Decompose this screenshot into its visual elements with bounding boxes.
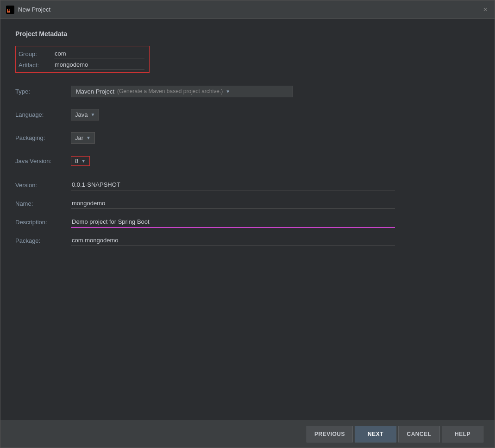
close-button[interactable]: ×: [482, 6, 489, 13]
type-dropdown-wrapper: Maven Project (Generate a Maven based pr…: [71, 86, 395, 97]
svg-rect-2: [7, 12, 10, 13]
dialog-title: New Project: [18, 6, 50, 13]
package-input[interactable]: [71, 235, 395, 246]
language-row: Language: Java ▼: [15, 105, 480, 124]
language-label: Language:: [15, 111, 71, 118]
title-bar-left: IJ New Project: [6, 6, 50, 14]
help-button[interactable]: HELP: [442, 426, 483, 442]
name-label-text: Name:: [15, 200, 33, 207]
app-icon: IJ: [6, 6, 14, 14]
type-label-text: Type:: [15, 88, 30, 95]
language-label-text: Language:: [15, 111, 44, 118]
description-label: Description:: [15, 219, 71, 226]
packaging-dropdown-arrow: ▼: [86, 135, 91, 140]
new-project-dialog: IJ New Project × Project Metadata Group:…: [0, 0, 495, 448]
artifact-row: Artifact: mongodemo: [19, 60, 144, 69]
cancel-button[interactable]: CANCEL: [398, 426, 440, 442]
form-grid: Group: com Artifact: mongodemo Type:: [15, 45, 480, 250]
name-input[interactable]: [71, 198, 395, 209]
artifact-label: Artifact:: [19, 62, 51, 69]
package-input-wrapper: [71, 235, 395, 246]
type-row: Type: Maven Project (Generate a Maven ba…: [15, 82, 480, 101]
group-label: Group:: [19, 50, 51, 57]
version-label-text: Version:: [15, 182, 37, 189]
dialog-content: Project Metadata Group: com Artifact:: [0, 19, 495, 420]
packaging-row: Packaging: Jar ▼: [15, 128, 480, 147]
artifact-label-text: Artifact:: [19, 62, 39, 69]
java-version-label: Java Version:: [15, 158, 71, 164]
packaging-label: Packaging:: [15, 134, 71, 141]
name-row: Name:: [15, 194, 480, 213]
java-version-box: 8 ▼: [71, 156, 90, 166]
description-input[interactable]: [71, 216, 395, 228]
language-dropdown-value: Java: [75, 111, 88, 118]
group-row: Group: com: [19, 49, 144, 58]
java-version-dropdown[interactable]: 8 ▼: [73, 158, 88, 164]
language-dropdown[interactable]: Java ▼: [71, 109, 99, 120]
title-bar: IJ New Project ×: [0, 0, 495, 19]
java-version-dropdown-arrow: ▼: [81, 158, 86, 164]
type-dropdown-arrow: ▼: [226, 89, 230, 94]
previous-button[interactable]: PREVIOUS: [307, 426, 353, 442]
type-label: Type:: [15, 88, 71, 95]
type-dropdown-value: Maven Project: [76, 88, 114, 95]
group-label-text: Group:: [19, 50, 37, 57]
package-label: Package:: [15, 237, 71, 244]
packaging-dropdown-value: Jar: [75, 134, 83, 141]
description-input-wrapper: [71, 216, 395, 228]
packaging-label-text: Packaging:: [15, 134, 45, 141]
version-label: Version:: [15, 182, 71, 189]
java-version-label-text: Java Version:: [15, 158, 51, 164]
name-input-wrapper: [71, 198, 395, 209]
version-input-wrapper: [71, 179, 395, 190]
name-label: Name:: [15, 200, 71, 207]
section-title: Project Metadata: [15, 30, 480, 38]
description-row: Description:: [15, 213, 480, 231]
java-version-dropdown-value: 8: [75, 158, 78, 164]
next-button[interactable]: NEXT: [355, 426, 396, 442]
version-input[interactable]: [71, 179, 395, 190]
group-artifact-row: Group: com Artifact: mongodemo: [15, 45, 480, 75]
packaging-dropdown[interactable]: Jar ▼: [71, 132, 95, 144]
package-row: Package:: [15, 231, 480, 250]
version-row: Version:: [15, 176, 480, 194]
dialog-footer: PREVIOUS NEXT CANCEL HELP: [0, 420, 495, 448]
artifact-value: mongodemo: [54, 60, 144, 69]
type-dropdown[interactable]: Maven Project (Generate a Maven based pr…: [71, 86, 293, 97]
type-dropdown-description: (Generate a Maven based project archive.…: [117, 88, 223, 95]
package-label-text: Package:: [15, 237, 40, 244]
language-dropdown-arrow: ▼: [90, 112, 95, 117]
group-artifact-box: Group: com Artifact: mongodemo: [15, 46, 150, 73]
group-value: com: [54, 49, 144, 58]
java-version-row: Java Version: 8 ▼: [15, 151, 480, 170]
description-label-text: Description:: [15, 219, 47, 226]
